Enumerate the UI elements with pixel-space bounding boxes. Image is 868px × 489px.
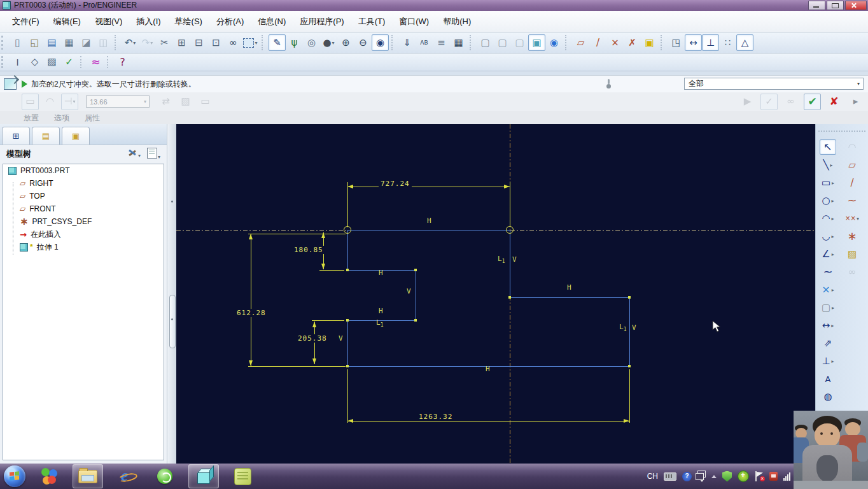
- spline-tool-icon[interactable]: ~: [820, 264, 836, 280]
- zoom-out-icon[interactable]: ⊖: [354, 34, 372, 51]
- language-indicator[interactable]: CH: [647, 472, 658, 481]
- mail-icon[interactable]: ◫: [95, 34, 112, 51]
- menu-item[interactable]: 文件(F): [5, 13, 46, 31]
- shield-icon[interactable]: [722, 471, 732, 482]
- dimension-value[interactable]: 612.28: [235, 309, 268, 317]
- datum-planes-toggle-icon[interactable]: ▱: [572, 34, 589, 51]
- highlight-open-ends-icon[interactable]: ◇: [26, 54, 43, 71]
- menu-item[interactable]: 信息(N): [251, 13, 293, 31]
- menu-item[interactable]: 草绘(S): [168, 13, 209, 31]
- sketch-line[interactable]: [510, 230, 510, 297]
- new-file-icon[interactable]: ▯: [9, 34, 26, 51]
- message-filter-select[interactable]: 全部 ▾: [684, 78, 864, 90]
- save-icon[interactable]: ▤: [43, 34, 60, 51]
- dimension-line[interactable]: [312, 320, 344, 321]
- sketch-vertex[interactable]: [628, 296, 631, 299]
- sketch-line[interactable]: [416, 270, 416, 320]
- modify-dims-tool-icon[interactable]: ⇗: [820, 336, 836, 351]
- circle-tool-icon[interactable]: ○▸: [820, 193, 836, 208]
- view-manager-icon[interactable]: AB: [416, 34, 433, 51]
- tree-item[interactable]: ▱RIGHT: [3, 177, 164, 190]
- constraints-tool-icon[interactable]: ⊥▸: [820, 353, 836, 369]
- more-options-caret[interactable]: ▸: [847, 94, 864, 110]
- shaded-icon[interactable]: ▣: [528, 34, 545, 51]
- paste-icon[interactable]: ⊟: [190, 34, 207, 51]
- overlapping-geometry-icon[interactable]: ▨: [43, 54, 60, 71]
- tree-item[interactable]: PRT0003.PRT: [3, 164, 164, 177]
- dimension-line[interactable]: [347, 369, 348, 423]
- sketch-vertex[interactable]: [414, 319, 417, 322]
- dimension-line[interactable]: [629, 369, 630, 423]
- restore-window-icon[interactable]: [697, 471, 706, 478]
- datum-points-toggle-icon[interactable]: ×: [606, 34, 624, 51]
- constraint-display-toggle-icon[interactable]: ⊥: [702, 34, 719, 51]
- offset-tool-icon[interactable]: ▢▸: [820, 300, 836, 315]
- dimension-line[interactable]: [347, 182, 348, 227]
- dimension-value[interactable]: 727.24: [379, 180, 412, 188]
- no-hidden-icon[interactable]: ▢: [511, 34, 528, 51]
- sketch-line[interactable]: [347, 230, 348, 270]
- point-tool-icon[interactable]: ××▾: [844, 211, 860, 226]
- select-tool-icon[interactable]: ↖: [820, 139, 836, 155]
- proe-taskbar-icon[interactable]: [188, 464, 219, 488]
- undo-icon[interactable]: ↶▾: [122, 34, 139, 51]
- tab-model-tree[interactable]: ⊞: [2, 127, 30, 145]
- saved-views-icon[interactable]: ⇓: [398, 34, 416, 51]
- dimension-line[interactable]: [347, 187, 510, 187]
- fillet-tool-icon[interactable]: ◡▸: [820, 229, 836, 244]
- remove-material-icon[interactable]: ▨: [177, 94, 194, 110]
- selection-filter-icon[interactable]: ▾: [242, 34, 259, 51]
- sketch-vertex[interactable]: [346, 365, 349, 367]
- zoom-fit-icon[interactable]: ◉: [372, 34, 389, 51]
- line-tool-icon[interactable]: ╲▸: [820, 157, 836, 173]
- preview-play-icon[interactable]: ▶: [739, 94, 756, 110]
- tree-settings-button[interactable]: ▾: [147, 148, 160, 160]
- splitter-handle[interactable]: [169, 295, 176, 348]
- sketch-line[interactable]: [510, 297, 629, 298]
- menu-item[interactable]: 应用程序(P): [293, 13, 351, 31]
- datum-csys-toggle-icon[interactable]: ✗: [624, 34, 641, 51]
- sketch-canvas[interactable]: 727.24180.85612.28205.381263.32HHVHL1VL1…: [176, 124, 815, 464]
- signal-bars-icon[interactable]: [783, 472, 790, 481]
- notes-app-icon[interactable]: [228, 465, 257, 488]
- datum-axes-toggle-icon[interactable]: /: [589, 34, 606, 51]
- menu-item[interactable]: 工具(T): [351, 13, 393, 31]
- centerline-tool-icon[interactable]: /: [844, 175, 860, 190]
- dimension-line[interactable]: [319, 270, 344, 271]
- chamfer-tool-icon[interactable]: ∠▸: [820, 246, 836, 262]
- tree-item[interactable]: *拉伸 1: [3, 241, 164, 253]
- tree-item[interactable]: →在此插入: [3, 228, 164, 241]
- dimension-tool-icon[interactable]: ↔▸: [820, 318, 836, 333]
- dimension-line[interactable]: [314, 322, 315, 364]
- reference-point-marker[interactable]: [506, 226, 514, 234]
- dimension-value[interactable]: 205.38: [296, 334, 329, 343]
- palette-tool-icon[interactable]: ◍: [820, 389, 836, 404]
- dimension-line[interactable]: [510, 182, 510, 227]
- thicken-sketch-icon[interactable]: ▭: [197, 94, 214, 110]
- grid-display-toggle-icon[interactable]: ∷: [719, 34, 736, 51]
- verify-checkbox-icon[interactable]: ✓: [760, 94, 778, 110]
- tree-tools-button[interactable]: ▾: [127, 148, 141, 159]
- sketch-vertex[interactable]: [508, 296, 511, 299]
- explorer-icon[interactable]: [73, 464, 103, 488]
- tree-item[interactable]: ▱TOP: [3, 190, 164, 202]
- model-tree-toggle-icon[interactable]: ▦: [450, 34, 467, 51]
- tree-item[interactable]: ▱FRONT: [3, 202, 164, 215]
- surface-option-icon[interactable]: ◠: [41, 94, 59, 110]
- dimension-value[interactable]: 180.85: [292, 246, 325, 254]
- datum-plane-tool-icon[interactable]: ▱: [844, 157, 860, 173]
- sketch-line[interactable]: [629, 297, 630, 366]
- sketch-vertex[interactable]: [628, 365, 631, 367]
- open-file-icon[interactable]: ◱: [26, 34, 43, 51]
- import-geometry-icon[interactable]: ∞: [844, 264, 860, 280]
- annotations-toggle-icon[interactable]: ▣: [641, 34, 658, 51]
- shading-mode-icon[interactable]: ●▾: [320, 34, 337, 51]
- sketch-line[interactable]: [347, 230, 510, 230]
- shade-closed-loops-icon[interactable]: I: [9, 54, 26, 71]
- flag-alert-icon[interactable]: ✕: [755, 471, 764, 481]
- flip-direction-icon[interactable]: ⇄: [157, 94, 174, 110]
- wireframe-icon[interactable]: ▢: [477, 34, 494, 51]
- preview-glasses-icon[interactable]: ∞: [782, 94, 799, 110]
- copy-icon[interactable]: ⊞: [173, 34, 190, 51]
- plug-icon[interactable]: [769, 472, 778, 481]
